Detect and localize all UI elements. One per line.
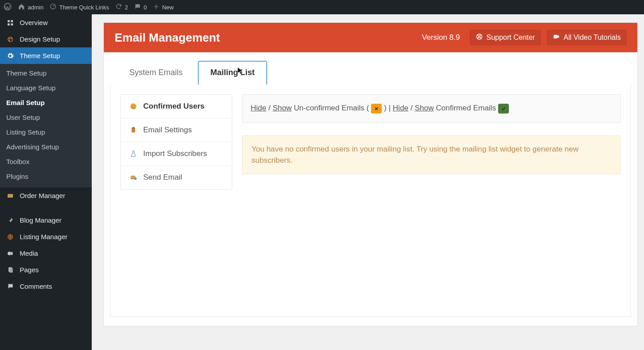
refresh-icon (115, 3, 122, 11)
support-center-label: Support Center (486, 34, 535, 42)
mailing-item-label: Confirmed Users (143, 102, 205, 111)
comments-link[interactable]: 0 (134, 3, 147, 11)
pin-icon (6, 217, 14, 223)
sidebar-item-theme-setup[interactable]: Theme Setup (0, 47, 92, 64)
sidebar-item-label: Overview (20, 19, 85, 26)
svg-point-21 (134, 105, 135, 106)
svg-rect-11 (8, 195, 13, 195)
svg-point-9 (9, 40, 10, 41)
theme-quick-links[interactable]: Theme Quick Links (50, 3, 109, 11)
dashboard-icon (50, 3, 56, 11)
sidebar-item-design-setup[interactable]: Design Setup (0, 31, 92, 47)
mailing-content-pane: Hide / Show Un-confirmed Emails ( ) | Hi… (242, 94, 621, 174)
mailing-item-label: Import Subscribers (143, 149, 207, 158)
mailing-list-sidebar: Confirmed Users Email Settings Import Su… (120, 94, 232, 190)
svg-point-19 (130, 103, 136, 110)
mailing-item-send-email[interactable]: Send Email (121, 166, 232, 189)
admin-sidebar: Overview Design Setup Theme Setup Theme … (0, 14, 92, 350)
sidebar-item-pages[interactable]: Pages (0, 261, 92, 278)
sidebar-item-label: Listing Manager (20, 233, 85, 240)
tab-panel-mailing-list: Confirmed Users Email Settings Import Su… (110, 84, 631, 317)
page-header: Email Management Version 8.9 Support Cen… (104, 23, 637, 52)
site-home-link[interactable]: admin (18, 3, 43, 12)
svg-point-7 (9, 38, 10, 39)
tab-system-emails[interactable]: System Emails (117, 61, 195, 84)
envelope-send-icon (129, 173, 138, 182)
media-icon (6, 250, 14, 257)
submenu-language-setup[interactable]: Language Setup (0, 80, 92, 95)
sidebar-item-label: Pages (20, 266, 85, 274)
sidebar-item-label: Blog Manager (20, 216, 85, 224)
submenu-plugins[interactable]: Plugins (0, 169, 92, 184)
wp-logo[interactable] (4, 3, 12, 12)
svg-point-20 (132, 105, 133, 106)
sidebar-item-comments[interactable]: Comments (0, 278, 92, 295)
submenu-user-setup[interactable]: User Setup (0, 110, 92, 125)
submenu-advertising-setup[interactable]: Advertising Setup (0, 139, 92, 154)
plus-icon (153, 4, 159, 11)
svg-rect-22 (132, 128, 135, 133)
svg-rect-23 (132, 127, 134, 128)
confirmed-label: Confirmed Emails (436, 104, 498, 112)
version-text: Version 8.9 (422, 33, 460, 42)
svg-point-6 (8, 37, 13, 42)
submenu-email-setup[interactable]: Email Setup (0, 95, 92, 110)
home-icon (18, 3, 25, 12)
show-unconfirmed-link[interactable]: Show (273, 104, 292, 112)
svg-point-25 (134, 177, 136, 180)
video-tutorials-label: All Video Tutorials (563, 34, 621, 42)
mailing-item-import-subscribers[interactable]: Import Subscribers (121, 142, 232, 166)
tabs-bar: System Emails Mailing List (104, 52, 637, 84)
tab-mailing-list[interactable]: Mailing List (198, 61, 267, 84)
sidebar-item-label: Media (20, 249, 85, 257)
svg-rect-10 (8, 194, 13, 198)
sidebar-item-label: Comments (20, 283, 85, 290)
flask-icon (129, 149, 138, 158)
wp-admin-bar: admin Theme Quick Links 2 0 New (0, 0, 644, 14)
hide-unconfirmed-link[interactable]: Hide (251, 104, 266, 112)
comment-icon (6, 283, 14, 290)
palette-icon (6, 36, 14, 43)
empty-state-notice: You have no confirmed users in your mail… (242, 135, 621, 174)
sidebar-item-label: Order Manager (20, 192, 85, 199)
site-name: admin (28, 4, 43, 11)
submenu-theme-setup[interactable]: Theme Setup (0, 66, 92, 80)
sidebar-item-overview[interactable]: Overview (0, 14, 92, 31)
updates-count: 2 (125, 4, 128, 11)
submenu-toolbox[interactable]: Toolbox (0, 154, 92, 169)
sidebar-item-blog-manager[interactable]: Blog Manager (0, 212, 92, 228)
mailing-item-email-settings[interactable]: Email Settings (121, 118, 232, 142)
page-title: Email Management (115, 31, 220, 45)
support-center-button[interactable]: Support Center (470, 30, 541, 45)
globe-icon (6, 233, 14, 240)
svg-rect-2 (8, 20, 10, 22)
new-content-link[interactable]: New (153, 4, 174, 11)
pipe-separator: ) | (384, 104, 393, 112)
sidebar-item-order-manager[interactable]: Order Manager (0, 187, 92, 204)
show-confirmed-link[interactable]: Show (415, 104, 434, 112)
main-content: Email Management Version 8.9 Support Cen… (92, 14, 644, 350)
unconfirmed-badge (371, 104, 382, 114)
new-label: New (162, 4, 174, 11)
mailing-item-label: Email Settings (143, 126, 192, 135)
svg-rect-15 (9, 268, 13, 273)
sidebar-item-listing-manager[interactable]: Listing Manager (0, 228, 92, 245)
hide-confirmed-link[interactable]: Hide (393, 104, 409, 112)
grid-icon (6, 19, 14, 26)
gear-icon (6, 52, 14, 59)
email-filter-bar: Hide / Show Un-confirmed Emails ( ) | Hi… (242, 94, 621, 123)
confirmed-badge (498, 104, 509, 114)
clipboard-icon (129, 126, 138, 135)
video-tutorials-button[interactable]: All Video Tutorials (547, 30, 627, 45)
svg-rect-4 (8, 23, 10, 25)
sidebar-item-media[interactable]: Media (0, 245, 92, 261)
submenu-listing-setup[interactable]: Listing Setup (0, 125, 92, 139)
lifebuoy-icon (476, 33, 483, 42)
pages-icon (6, 266, 14, 273)
mailing-item-confirmed-users[interactable]: Confirmed Users (121, 95, 232, 118)
notice-text: You have no confirmed users in your mail… (252, 145, 579, 164)
svg-rect-3 (11, 20, 13, 22)
comments-count: 0 (144, 4, 147, 11)
theme-quick-links-label: Theme Quick Links (59, 4, 109, 11)
updates-link[interactable]: 2 (115, 3, 128, 11)
